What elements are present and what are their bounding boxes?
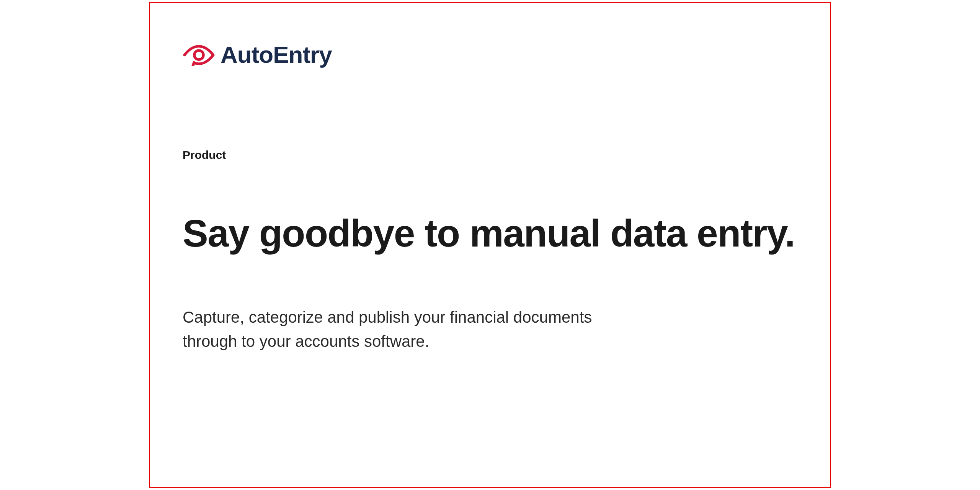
page-headline: Say goodbye to manual data entry. bbox=[183, 211, 797, 255]
logo: AutoEntry bbox=[183, 41, 797, 68]
eye-icon bbox=[183, 44, 215, 66]
content-card: AutoEntry Product Say goodbye to manual … bbox=[149, 2, 831, 488]
brand-name: AutoEntry bbox=[220, 41, 332, 68]
category-label: Product bbox=[183, 149, 797, 162]
svg-point-0 bbox=[194, 50, 204, 59]
page-subtext: Capture, categorize and publish your fin… bbox=[183, 305, 642, 353]
